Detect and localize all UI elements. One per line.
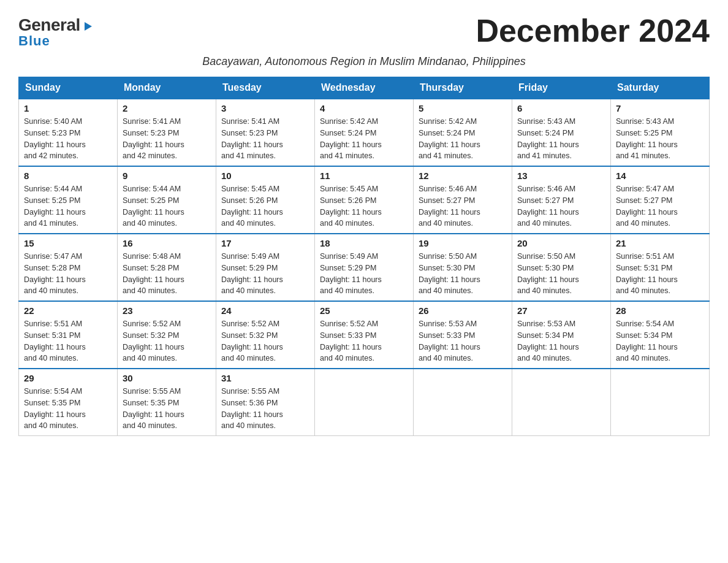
table-row: 7 Sunrise: 5:43 AMSunset: 5:25 PMDayligh…	[611, 99, 710, 166]
table-row	[315, 369, 414, 436]
day-number: 5	[419, 103, 507, 113]
day-info: Sunrise: 5:50 AMSunset: 5:30 PMDaylight:…	[419, 251, 507, 297]
table-row: 1 Sunrise: 5:40 AMSunset: 5:23 PMDayligh…	[19, 99, 118, 166]
day-info: Sunrise: 5:46 AMSunset: 5:27 PMDaylight:…	[419, 183, 507, 229]
day-number: 13	[517, 170, 605, 181]
day-info: Sunrise: 5:54 AMSunset: 5:35 PMDaylight:…	[24, 386, 112, 432]
day-info: Sunrise: 5:45 AMSunset: 5:26 PMDaylight:…	[221, 183, 309, 229]
day-info: Sunrise: 5:44 AMSunset: 5:25 PMDaylight:…	[24, 183, 112, 229]
day-info: Sunrise: 5:41 AMSunset: 5:23 PMDaylight:…	[123, 116, 211, 162]
logo: General Blue	[18, 12, 93, 49]
table-row: 9 Sunrise: 5:44 AMSunset: 5:25 PMDayligh…	[118, 166, 216, 234]
col-saturday: Saturday	[611, 77, 710, 99]
day-number: 22	[24, 305, 112, 316]
day-number: 23	[123, 305, 211, 316]
day-number: 11	[320, 170, 408, 181]
day-number: 18	[320, 238, 408, 248]
day-number: 19	[419, 238, 507, 248]
day-info: Sunrise: 5:41 AMSunset: 5:23 PMDaylight:…	[221, 116, 309, 162]
day-info: Sunrise: 5:50 AMSunset: 5:30 PMDaylight:…	[517, 251, 605, 297]
day-number: 17	[221, 238, 309, 248]
day-info: Sunrise: 5:46 AMSunset: 5:27 PMDaylight:…	[517, 183, 605, 229]
day-info: Sunrise: 5:49 AMSunset: 5:29 PMDaylight:…	[221, 251, 309, 297]
table-row: 14 Sunrise: 5:47 AMSunset: 5:27 PMDaylig…	[611, 166, 710, 234]
table-row: 18 Sunrise: 5:49 AMSunset: 5:29 PMDaylig…	[315, 234, 414, 301]
page-header: General Blue December 2024	[18, 12, 710, 49]
calendar-subtitle: Bacayawan, Autonomous Region in Muslim M…	[18, 55, 710, 68]
day-number: 12	[419, 170, 507, 181]
table-row: 11 Sunrise: 5:45 AMSunset: 5:26 PMDaylig…	[315, 166, 414, 234]
week-row-3: 15 Sunrise: 5:47 AMSunset: 5:28 PMDaylig…	[19, 234, 710, 301]
table-row: 28 Sunrise: 5:54 AMSunset: 5:34 PMDaylig…	[611, 301, 710, 369]
day-info: Sunrise: 5:51 AMSunset: 5:31 PMDaylight:…	[24, 318, 112, 364]
col-thursday: Thursday	[414, 77, 512, 99]
table-row: 2 Sunrise: 5:41 AMSunset: 5:23 PMDayligh…	[118, 99, 216, 166]
table-row: 27 Sunrise: 5:53 AMSunset: 5:34 PMDaylig…	[512, 301, 611, 369]
day-number: 15	[24, 238, 112, 248]
table-row: 22 Sunrise: 5:51 AMSunset: 5:31 PMDaylig…	[19, 301, 118, 369]
day-info: Sunrise: 5:52 AMSunset: 5:33 PMDaylight:…	[320, 318, 408, 364]
table-row: 8 Sunrise: 5:44 AMSunset: 5:25 PMDayligh…	[19, 166, 118, 234]
day-number: 6	[517, 103, 605, 113]
day-info: Sunrise: 5:47 AMSunset: 5:27 PMDaylight:…	[616, 183, 704, 229]
day-number: 14	[616, 170, 704, 181]
table-row: 12 Sunrise: 5:46 AMSunset: 5:27 PMDaylig…	[414, 166, 512, 234]
week-row-1: 1 Sunrise: 5:40 AMSunset: 5:23 PMDayligh…	[19, 99, 710, 166]
day-info: Sunrise: 5:53 AMSunset: 5:33 PMDaylight:…	[419, 318, 507, 364]
day-info: Sunrise: 5:40 AMSunset: 5:23 PMDaylight:…	[24, 116, 112, 162]
day-number: 31	[221, 373, 309, 383]
day-number: 10	[221, 170, 309, 181]
table-row: 16 Sunrise: 5:48 AMSunset: 5:28 PMDaylig…	[118, 234, 216, 301]
table-row: 3 Sunrise: 5:41 AMSunset: 5:23 PMDayligh…	[216, 99, 315, 166]
col-friday: Friday	[512, 77, 611, 99]
table-row: 26 Sunrise: 5:53 AMSunset: 5:33 PMDaylig…	[414, 301, 512, 369]
table-row: 5 Sunrise: 5:42 AMSunset: 5:24 PMDayligh…	[414, 99, 512, 166]
table-row: 25 Sunrise: 5:52 AMSunset: 5:33 PMDaylig…	[315, 301, 414, 369]
day-info: Sunrise: 5:54 AMSunset: 5:34 PMDaylight:…	[616, 318, 704, 364]
day-number: 28	[616, 305, 704, 316]
table-row: 19 Sunrise: 5:50 AMSunset: 5:30 PMDaylig…	[414, 234, 512, 301]
day-info: Sunrise: 5:53 AMSunset: 5:34 PMDaylight:…	[517, 318, 605, 364]
day-number: 26	[419, 305, 507, 316]
day-number: 8	[24, 170, 112, 181]
table-row: 15 Sunrise: 5:47 AMSunset: 5:28 PMDaylig…	[19, 234, 118, 301]
day-number: 7	[616, 103, 704, 113]
week-row-4: 22 Sunrise: 5:51 AMSunset: 5:31 PMDaylig…	[19, 301, 710, 369]
table-row: 29 Sunrise: 5:54 AMSunset: 5:35 PMDaylig…	[19, 369, 118, 436]
calendar-table: Sunday Monday Tuesday Wednesday Thursday…	[18, 77, 710, 436]
table-row: 20 Sunrise: 5:50 AMSunset: 5:30 PMDaylig…	[512, 234, 611, 301]
day-info: Sunrise: 5:55 AMSunset: 5:35 PMDaylight:…	[123, 386, 211, 432]
day-info: Sunrise: 5:49 AMSunset: 5:29 PMDaylight:…	[320, 251, 408, 297]
day-info: Sunrise: 5:43 AMSunset: 5:24 PMDaylight:…	[517, 116, 605, 162]
day-number: 29	[24, 373, 112, 383]
table-row: 30 Sunrise: 5:55 AMSunset: 5:35 PMDaylig…	[118, 369, 216, 436]
day-number: 2	[123, 103, 211, 113]
month-title: December 2024	[476, 12, 710, 49]
logo-triangle-icon	[82, 17, 93, 36]
day-info: Sunrise: 5:42 AMSunset: 5:24 PMDaylight:…	[320, 116, 408, 162]
table-row: 24 Sunrise: 5:52 AMSunset: 5:32 PMDaylig…	[216, 301, 315, 369]
table-row: 10 Sunrise: 5:45 AMSunset: 5:26 PMDaylig…	[216, 166, 315, 234]
day-info: Sunrise: 5:44 AMSunset: 5:25 PMDaylight:…	[123, 183, 211, 229]
week-row-5: 29 Sunrise: 5:54 AMSunset: 5:35 PMDaylig…	[19, 369, 710, 436]
day-number: 24	[221, 305, 309, 316]
table-row: 17 Sunrise: 5:49 AMSunset: 5:29 PMDaylig…	[216, 234, 315, 301]
day-info: Sunrise: 5:55 AMSunset: 5:36 PMDaylight:…	[221, 386, 309, 432]
week-row-2: 8 Sunrise: 5:44 AMSunset: 5:25 PMDayligh…	[19, 166, 710, 234]
svg-marker-0	[85, 22, 92, 31]
day-number: 16	[123, 238, 211, 248]
day-number: 25	[320, 305, 408, 316]
day-number: 1	[24, 103, 112, 113]
day-number: 21	[616, 238, 704, 248]
table-row: 21 Sunrise: 5:51 AMSunset: 5:31 PMDaylig…	[611, 234, 710, 301]
day-info: Sunrise: 5:52 AMSunset: 5:32 PMDaylight:…	[123, 318, 211, 364]
day-info: Sunrise: 5:45 AMSunset: 5:26 PMDaylight:…	[320, 183, 408, 229]
table-row: 4 Sunrise: 5:42 AMSunset: 5:24 PMDayligh…	[315, 99, 414, 166]
day-number: 9	[123, 170, 211, 181]
col-wednesday: Wednesday	[315, 77, 414, 99]
logo-blue-text: Blue	[18, 33, 50, 49]
col-tuesday: Tuesday	[216, 77, 315, 99]
day-info: Sunrise: 5:51 AMSunset: 5:31 PMDaylight:…	[616, 251, 704, 297]
day-number: 27	[517, 305, 605, 316]
day-info: Sunrise: 5:48 AMSunset: 5:28 PMDaylight:…	[123, 251, 211, 297]
